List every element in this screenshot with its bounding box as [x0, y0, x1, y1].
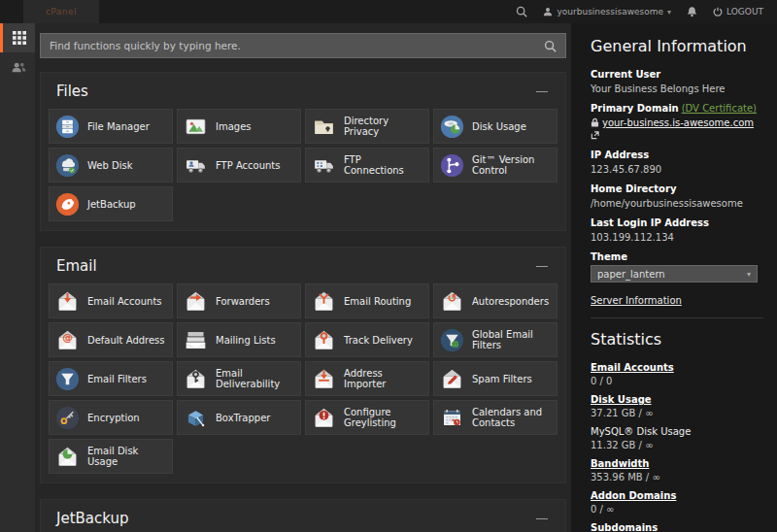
app-card-email-accounts[interactable]: Email Accounts	[49, 283, 173, 318]
app-card-address-importer[interactable]: Address Importer	[305, 361, 429, 396]
info-field: Home Directory /home/yourbusinessisaweso…	[591, 183, 763, 210]
track-delivery-icon	[312, 328, 336, 352]
email-routing-icon	[312, 289, 336, 314]
boxtrapper-icon	[184, 406, 208, 430]
notifications-bell-icon[interactable]	[687, 6, 697, 17]
stat-item: Addon Domains 0 / ∞	[591, 489, 763, 515]
sidebar-item-user-manager[interactable]	[0, 52, 35, 82]
stat-item: Bandwidth 353.96 MB / ∞	[591, 457, 763, 483]
theme-select[interactable]: paper_lantern ▾	[591, 265, 758, 283]
default-address-icon: @	[55, 328, 80, 352]
grid-icon	[13, 31, 26, 45]
app-label: Calendars and Contacts	[472, 407, 551, 428]
app-label: Global Email Filters	[472, 329, 551, 350]
app-label: Disk Usage	[472, 121, 526, 132]
app-card-email-deliverability[interactable]: Email Deliverability	[177, 361, 301, 396]
stat-label[interactable]: Email Accounts	[591, 362, 674, 373]
autoresponders-icon: ↺	[440, 289, 464, 314]
ftp-connections-icon	[312, 153, 336, 178]
calendars-and-contacts-icon	[440, 406, 464, 430]
app-card-encryption[interactable]: Encryption	[49, 400, 173, 435]
stat-value: 353.96 MB / ∞	[591, 471, 763, 483]
stat-value: 0 / ∞	[591, 503, 763, 515]
app-card-autoresponders[interactable]: ↺ Autoresponders	[433, 283, 557, 318]
main-content: Files File Manager Images Directory Priv…	[35, 23, 571, 532]
stat-item: Disk Usage 37.21 GB / ∞	[591, 393, 763, 419]
search-icon[interactable]	[516, 6, 527, 17]
info-field-label: Primary Domain(DV Certificate)	[591, 102, 763, 115]
email-filters-icon	[55, 367, 80, 391]
stat-value: 11.32 GB / ∞	[591, 439, 763, 451]
app-card-images[interactable]: Images	[177, 109, 301, 144]
app-card-track-delivery[interactable]: Track Delivery	[305, 322, 429, 357]
disk-usage-icon	[440, 115, 464, 139]
info-field-value: 123.45.67.890	[591, 163, 763, 176]
collapse-jetbackup-icon[interactable]	[536, 518, 548, 519]
app-card-web-disk[interactable]: Web Disk	[49, 148, 173, 183]
topbar: cPanel yourbusinessisawesome ▾ LOGOUT	[0, 0, 777, 23]
address-importer-icon	[312, 367, 336, 391]
app-label: Email Disk Usage	[87, 446, 166, 467]
app-card-email-disk-usage[interactable]: Email Disk Usage	[49, 439, 173, 474]
app-card-jetbackup[interactable]: JetBackup	[49, 186, 173, 221]
app-card-email-filters[interactable]: Email Filters	[49, 361, 173, 396]
app-card-configure-greylisting[interactable]: Configure Greylisting	[305, 400, 429, 435]
section-jetbackup: JetBackup ↻ Full Account Backups ↻ File …	[40, 499, 566, 532]
app-card-directory-privacy[interactable]: Directory Privacy	[305, 109, 429, 144]
stat-label[interactable]: Bandwidth	[591, 458, 649, 469]
collapse-email-icon[interactable]	[536, 266, 548, 267]
forwarders-icon	[184, 289, 208, 314]
info-field: Primary Domain(DV Certificate) your-busi…	[591, 102, 763, 142]
external-link-icon	[591, 130, 599, 141]
user-menu-button[interactable]: yourbusinessisawesome ▾	[543, 7, 671, 17]
app-card-email-routing[interactable]: Email Routing	[305, 283, 429, 318]
app-label: Address Importer	[344, 368, 422, 389]
app-label: Spam Filters	[472, 374, 532, 384]
stat-label[interactable]: Disk Usage	[591, 394, 652, 405]
directory-privacy-icon	[312, 115, 336, 139]
primary-domain-link[interactable]: your-business.is-awesome.com	[602, 117, 754, 128]
file-manager-icon	[55, 115, 80, 139]
app-card-default-address[interactable]: @ Default Address	[49, 322, 173, 357]
sidebar-item-tools[interactable]	[0, 23, 35, 52]
user-icon	[543, 7, 553, 17]
app-card-boxtrapper[interactable]: BoxTrapper	[177, 400, 301, 435]
right-sidebar: General Information Current User Your Bu…	[571, 23, 777, 532]
chevron-down-icon: ▾	[747, 268, 751, 281]
app-label: JetBackup	[87, 199, 136, 210]
jetbackup-icon	[55, 192, 80, 216]
info-field-value: /home/yourbusinessisawesome	[591, 197, 763, 210]
search-input[interactable]	[50, 40, 544, 51]
app-label: Directory Privacy	[344, 116, 422, 137]
stat-value: 37.21 GB / ∞	[591, 407, 763, 419]
app-card-spam-filters[interactable]: Spam Filters	[433, 361, 557, 396]
stat-label: MySQL® Disk Usage	[591, 426, 691, 437]
app-card-ftp-accounts[interactable]: FTP Accounts	[177, 148, 301, 183]
section-title: JetBackup	[56, 510, 129, 527]
info-field-label: Home Directory	[591, 183, 763, 195]
logout-button[interactable]: LOGOUT	[713, 7, 763, 17]
section-header: Files	[49, 80, 557, 109]
app-label: Track Delivery	[344, 335, 413, 346]
app-card-file-manager[interactable]: File Manager	[49, 109, 173, 144]
app-card-disk-usage[interactable]: Disk Usage	[433, 109, 557, 144]
git-version-control-icon	[440, 153, 464, 178]
logout-label: LOGOUT	[726, 7, 763, 17]
app-card-forwarders[interactable]: Forwarders	[177, 283, 301, 318]
svg-text:↺: ↺	[448, 291, 457, 305]
cpanel-logo[interactable]: cPanel	[23, 0, 99, 23]
stat-label[interactable]: Subdomains	[591, 522, 658, 532]
app-card-git-version-control[interactable]: Git™ Version Control	[433, 148, 557, 183]
app-card-mailing-lists[interactable]: Mailing Lists	[177, 322, 301, 357]
left-sidebar	[0, 23, 35, 532]
collapse-files-icon[interactable]	[536, 91, 548, 92]
dv-certificate-link[interactable]: (DV Certificate)	[682, 103, 757, 114]
app-card-calendars-and-contacts[interactable]: Calendars and Contacts	[433, 400, 557, 435]
server-information-link[interactable]: Server Information	[591, 295, 682, 306]
general-information-title: General Information	[591, 37, 763, 55]
app-card-ftp-connections[interactable]: FTP Connections	[305, 148, 429, 183]
app-card-global-email-filters[interactable]: Global Email Filters	[433, 322, 557, 357]
stat-label[interactable]: Addon Domains	[591, 490, 676, 501]
svg-text:@: @	[62, 330, 73, 343]
stat-item: Email Accounts 0 / 0	[591, 361, 763, 387]
